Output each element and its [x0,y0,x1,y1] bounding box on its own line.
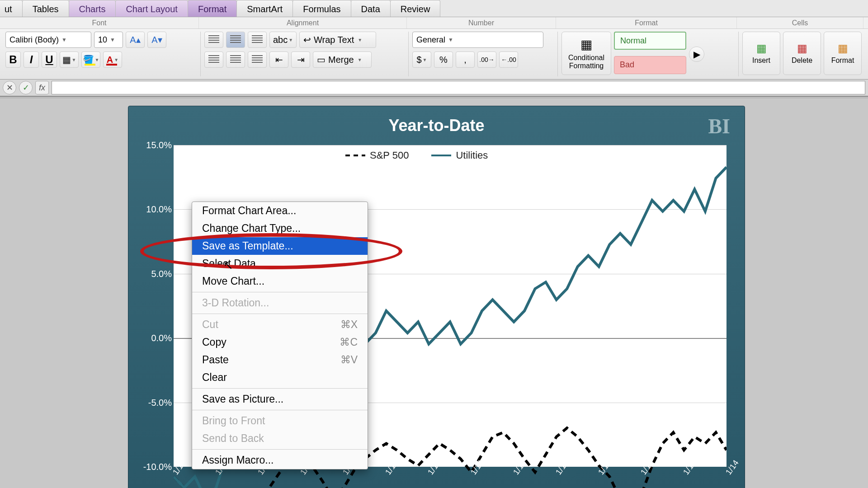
percent-button[interactable]: % [434,52,453,68]
font-size-dropdown[interactable]: 10▼ [94,32,123,48]
tab-format[interactable]: Format [188,0,237,17]
group-label-font[interactable]: Font [0,17,199,28]
align-top-icon [208,35,219,44]
conditional-formatting-icon: ▦ [580,37,592,52]
group-label-number[interactable]: Number [407,17,556,28]
caret-icon: ▼ [448,37,453,43]
decrease-font-button[interactable]: A▾ [147,32,166,48]
comma-style-button[interactable]: , [456,52,475,68]
font-name-value: Calibri (Body) [9,35,59,45]
orientation-button[interactable]: abc▼ [269,32,297,48]
borders-button[interactable]: ▦▼ [60,52,79,68]
context-menu-shortcut: ⌘V [340,354,358,366]
delete-icon: ▦ [797,42,807,55]
worksheet-area[interactable]: Year-to-Date BI 15.0% 10.0% 5.0% 0.0% -5… [0,97,868,488]
align-top-button[interactable] [204,32,223,48]
merge-label: Merge [328,55,354,65]
context-menu-label: Move Chart... [202,275,264,287]
insert-cells-button[interactable]: ▦Insert [742,32,780,75]
context-menu-item[interactable]: Format Chart Area... [192,202,368,220]
chart-context-menu: Format Chart Area...Change Chart Type...… [192,202,368,469]
align-middle-button[interactable] [226,32,245,48]
underline-button[interactable]: U [42,52,57,68]
context-menu-label: Save as Picture... [202,393,283,405]
ribbon-tabs: ut Tables Charts Chart Layout Format Sma… [0,0,868,17]
cell-style-bad[interactable]: Bad [614,56,686,74]
group-label-format[interactable]: Format [556,17,737,28]
y-tick: 0.0% [151,333,172,343]
cell-styles-more-button[interactable]: ▶ [689,47,704,62]
align-right-button[interactable] [248,52,267,68]
font-name-dropdown[interactable]: Calibri (Body)▼ [5,32,91,48]
wrap-text-icon: ↩ [303,34,311,45]
conditional-formatting-button[interactable]: ▦ Conditional Formatting [561,32,611,75]
tab-charts[interactable]: Charts [69,0,116,17]
context-menu-separator [192,292,368,292]
fill-color-button[interactable]: 🪣▼ [81,52,100,68]
formula-cancel-button[interactable]: ✕ [3,81,16,94]
y-axis: 15.0% 10.0% 5.0% 0.0% -5.0% -10.0% [137,145,172,467]
currency-button[interactable]: $▼ [412,52,431,68]
increase-decimal-button[interactable]: .00→ [477,52,496,68]
context-menu-item[interactable]: Paste⌘V [192,351,368,369]
increase-indent-button[interactable]: ⇥ [291,52,310,68]
align-bottom-icon [252,35,263,44]
align-bottom-button[interactable] [248,32,267,48]
caret-icon: ▼ [110,37,115,43]
tab-tables[interactable]: Tables [22,0,69,17]
increase-font-button[interactable]: A▴ [126,32,145,48]
tab-review[interactable]: Review [390,0,441,17]
format-cells-button[interactable]: ▦Format [824,32,862,75]
align-center-button[interactable] [226,52,245,68]
cell-style-normal[interactable]: Normal [614,32,686,50]
ribbon-body: Calibri (Body)▼ 10▼ A▴ A▾ B I U ▦▼ 🪣▼ A▼… [0,29,868,80]
formula-fx-button[interactable]: fx [35,81,49,94]
number-format-value: General [416,35,445,45]
context-menu-separator [192,449,368,450]
context-menu-item: Bring to Front [192,412,368,430]
decrease-indent-button[interactable]: ⇤ [269,52,288,68]
tab-smartart[interactable]: SmartArt [236,0,293,17]
formula-bar: ✕ ✓ fx [0,80,868,97]
number-format-dropdown[interactable]: General▼ [412,32,543,48]
context-menu-item[interactable]: Clear [192,369,368,386]
y-tick: -5.0% [148,397,172,408]
context-menu-item: Send to Back [192,430,368,447]
delete-label: Delete [792,56,812,65]
formula-input[interactable] [52,81,865,94]
context-menu-item: Cut⌘X [192,316,368,333]
decrease-decimal-button[interactable]: ←.00 [499,52,518,68]
context-menu-item[interactable]: Save as Picture... [192,390,368,408]
context-menu-item[interactable]: Copy⌘C [192,333,368,351]
tab-formulas[interactable]: Formulas [292,0,351,17]
context-menu-label: Assign Macro... [202,454,274,466]
format-icon: ▦ [838,42,848,55]
align-middle-icon [230,35,241,44]
context-menu-item: 3-D Rotation... [192,294,368,312]
tab-data[interactable]: Data [351,0,391,17]
context-menu-label: Save as Template... [202,240,293,252]
align-left-button[interactable] [204,52,223,68]
font-color-button[interactable]: A▼ [103,52,122,68]
delete-cells-button[interactable]: ▦Delete [783,32,821,75]
context-menu-item[interactable]: Assign Macro... [192,451,368,469]
wrap-text-button[interactable]: ↩Wrap Text▼ [299,32,376,48]
context-menu-item[interactable]: Select Data... [192,255,368,272]
y-tick: 15.0% [146,140,172,150]
context-menu-shortcut: ⌘X [340,319,358,331]
context-menu-label: Change Chart Type... [202,222,301,235]
x-axis: 1/131/141/141/141/141/141/141/141/141/14… [174,468,726,486]
tab-layout-partial[interactable]: ut [0,0,23,17]
context-menu-item[interactable]: Change Chart Type... [192,220,368,237]
group-label-alignment[interactable]: Alignment [199,17,407,28]
context-menu-label: Format Chart Area... [202,205,296,217]
bold-button[interactable]: B [5,52,21,68]
tab-chart-layout[interactable]: Chart Layout [115,0,188,17]
context-menu-item[interactable]: Move Chart... [192,272,368,290]
context-menu-label: 3-D Rotation... [202,297,269,309]
formula-confirm-button[interactable]: ✓ [19,81,33,94]
context-menu-item[interactable]: Save as Template... [192,237,368,255]
italic-button[interactable]: I [24,52,39,68]
group-label-cells[interactable]: Cells [737,17,863,28]
merge-button[interactable]: ▭Merge▼ [313,52,372,68]
